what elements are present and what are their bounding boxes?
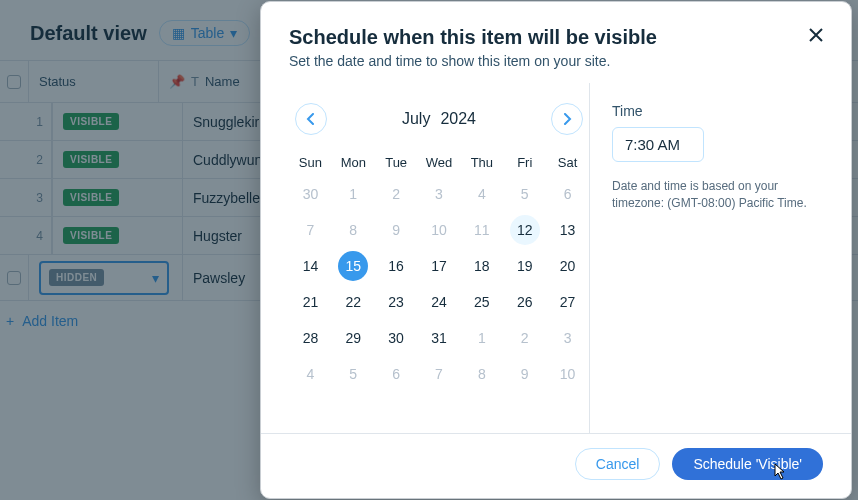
modal-subtitle: Set the date and time to show this item …	[289, 53, 823, 69]
calendar-day[interactable]: 30	[289, 176, 332, 212]
calendar-day[interactable]: 22	[332, 284, 375, 320]
calendar-day[interactable]: 1	[332, 176, 375, 212]
calendar-day[interactable]: 10	[546, 356, 589, 392]
calendar-day[interactable]: 5	[332, 356, 375, 392]
month-year-label: July 2024	[402, 110, 476, 128]
calendar-day[interactable]: 14	[289, 248, 332, 284]
calendar-day[interactable]: 24	[418, 284, 461, 320]
calendar-day[interactable]: 6	[375, 356, 418, 392]
calendar-day[interactable]: 19	[503, 248, 546, 284]
calendar-day[interactable]: 5	[503, 176, 546, 212]
calendar-day[interactable]: 23	[375, 284, 418, 320]
weekday-label: Sat	[546, 155, 589, 176]
calendar-day[interactable]: 2	[503, 320, 546, 356]
weekday-label: Sun	[289, 155, 332, 176]
close-button[interactable]	[805, 24, 827, 46]
calendar-day[interactable]: 29	[332, 320, 375, 356]
schedule-modal: Schedule when this item will be visible …	[260, 1, 852, 499]
calendar-day[interactable]: 12	[503, 212, 546, 248]
calendar-day[interactable]: 8	[332, 212, 375, 248]
calendar-day[interactable]: 10	[418, 212, 461, 248]
weekday-label: Fri	[503, 155, 546, 176]
calendar-day[interactable]: 9	[375, 212, 418, 248]
chevron-right-icon	[562, 113, 572, 125]
calendar-day[interactable]: 1	[460, 320, 503, 356]
calendar-day[interactable]: 30	[375, 320, 418, 356]
modal-title: Schedule when this item will be visible	[289, 26, 823, 49]
cancel-button[interactable]: Cancel	[575, 448, 661, 480]
calendar-day[interactable]: 21	[289, 284, 332, 320]
calendar-day[interactable]: 20	[546, 248, 589, 284]
time-label: Time	[612, 103, 823, 119]
weekday-label: Tue	[375, 155, 418, 176]
calendar-day[interactable]: 4	[289, 356, 332, 392]
chevron-left-icon	[306, 113, 316, 125]
calendar-day[interactable]: 3	[418, 176, 461, 212]
weekday-label: Thu	[460, 155, 503, 176]
time-input[interactable]: 7:30 AM	[612, 127, 704, 162]
confirm-button[interactable]: Schedule 'Visible'	[672, 448, 823, 480]
next-month-button[interactable]	[551, 103, 583, 135]
calendar-day[interactable]: 27	[546, 284, 589, 320]
calendar-day[interactable]: 25	[460, 284, 503, 320]
calendar-day[interactable]: 13	[546, 212, 589, 248]
calendar-day[interactable]: 18	[460, 248, 503, 284]
cursor-icon	[769, 462, 787, 486]
calendar-day[interactable]: 17	[418, 248, 461, 284]
calendar: July 2024 SunMonTueWedThuFriSat 30123456…	[289, 83, 589, 433]
calendar-day[interactable]: 31	[418, 320, 461, 356]
calendar-day[interactable]: 15	[332, 248, 375, 284]
calendar-day[interactable]: 26	[503, 284, 546, 320]
calendar-day[interactable]: 3	[546, 320, 589, 356]
calendar-day[interactable]: 8	[460, 356, 503, 392]
close-icon	[808, 27, 824, 43]
calendar-day[interactable]: 16	[375, 248, 418, 284]
weekday-label: Wed	[418, 155, 461, 176]
calendar-day[interactable]: 11	[460, 212, 503, 248]
calendar-day[interactable]: 4	[460, 176, 503, 212]
calendar-day[interactable]: 2	[375, 176, 418, 212]
prev-month-button[interactable]	[295, 103, 327, 135]
calendar-day[interactable]: 9	[503, 356, 546, 392]
calendar-day[interactable]: 6	[546, 176, 589, 212]
calendar-day[interactable]: 7	[418, 356, 461, 392]
calendar-day[interactable]: 28	[289, 320, 332, 356]
calendar-day[interactable]: 7	[289, 212, 332, 248]
timezone-note: Date and time is based on your timezone:…	[612, 178, 822, 212]
weekday-label: Mon	[332, 155, 375, 176]
